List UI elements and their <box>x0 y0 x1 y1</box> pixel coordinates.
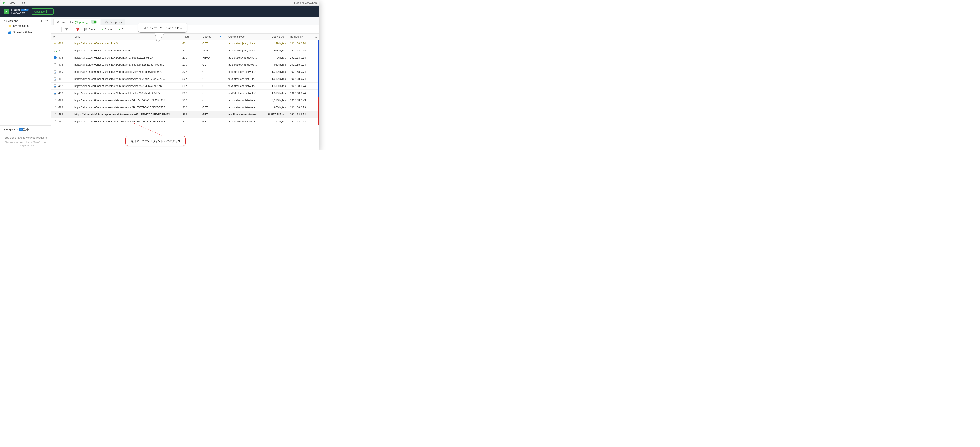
column-menu-icon[interactable]: ⋮ <box>176 35 179 38</box>
svg-point-3 <box>24 128 25 129</box>
col-header-result[interactable]: Result⋮ <box>180 34 200 40</box>
row-content-type: application/json; chars... <box>226 42 263 45</box>
column-menu-icon[interactable]: ⋮ <box>284 35 286 38</box>
sidebar: ▼ Sessions ⬇ 📁 My Sessions 👥 Shared with… <box>0 18 51 150</box>
row-remote-ip: 192.168.0.74 <box>288 91 313 95</box>
free-badge: Free <box>21 9 29 11</box>
col-header-content-type[interactable]: Content-Type⋮ <box>226 34 263 40</box>
row-url: https://ainabatch03acr.azurecr.io/v2/ubu… <box>72 85 180 88</box>
table-row[interactable]: 483https://ainabatch03acr.azurecr.io/v2/… <box>51 89 319 97</box>
row-url: https://ainabatch03acr.azurecr.io/v2/ubu… <box>72 56 180 59</box>
col-header-extra[interactable]: C <box>313 34 319 40</box>
info-icon: i <box>53 56 57 59</box>
table-row[interactable]: 490https://ainabatch03acr.japaneast.data… <box>51 111 319 118</box>
code-icon: </> <box>104 21 108 24</box>
content-area: 👁 Live Traffic (Capturing) </> Composer … <box>51 18 319 150</box>
key-icon <box>53 42 57 45</box>
column-menu-icon[interactable]: ⋮ <box>196 35 199 38</box>
row-id: 491 <box>59 120 63 123</box>
table-row[interactable]: 480https://ainabatch03acr.azurecr.io/v2/… <box>51 68 319 75</box>
doc-icon <box>53 63 57 67</box>
row-body-size: 28,567,785 b... <box>263 113 288 116</box>
row-body-size: 850 bytes <box>263 106 288 109</box>
row-url: https://ainabatch03acr.japaneast.data.az… <box>72 99 180 102</box>
table-row[interactable]: 488https://ainabatch03acr.japaneast.data… <box>51 97 319 104</box>
remove-button[interactable]: ✕ R <box>116 27 126 32</box>
row-id: 475 <box>59 63 63 66</box>
row-result: 200 <box>180 56 200 59</box>
save-icon: 💾 <box>84 28 88 31</box>
column-menu-icon[interactable]: ⋮ <box>259 35 261 38</box>
add-icon[interactable]: ➕ <box>26 128 29 131</box>
table-row[interactable]: 475https://ainabatch03acr.azurecr.io/v2/… <box>51 61 319 68</box>
row-result: 200 <box>180 99 200 102</box>
row-remote-ip: 192.168.0.74 <box>288 42 313 45</box>
table-row[interactable]: 481https://ainabatch03acr.azurecr.io/v2/… <box>51 75 319 83</box>
table-row[interactable]: 489https://ainabatch03acr.japaneast.data… <box>51 104 319 111</box>
stream-icon[interactable]: ≡ <box>53 27 59 32</box>
save-button[interactable]: 💾 Save <box>82 27 97 32</box>
row-method: POST <box>200 49 226 52</box>
chevron-down-icon: ﹀ <box>46 10 51 13</box>
sessions-header[interactable]: ▼ Sessions ⬇ <box>3 19 48 22</box>
col-header-method[interactable]: Method▼⋮ <box>200 34 226 40</box>
tab-composer[interactable]: </> Composer <box>101 19 125 25</box>
menu-help[interactable]: Help <box>19 1 25 5</box>
add-request-button[interactable]: + <box>19 128 22 131</box>
table-row[interactable]: 469https://ainabatch03acr.azurecr.io/v2/… <box>51 40 319 47</box>
row-content-type: application/vnd.docke... <box>226 56 263 59</box>
row-content-type: text/html; charset=utf-8 <box>226 77 263 80</box>
app-logo-icon <box>2 1 6 5</box>
row-body-size: 1,319 bytes <box>263 85 288 88</box>
row-method: GET <box>200 99 226 102</box>
svg-point-0 <box>46 20 46 21</box>
column-menu-icon[interactable]: ⋮ <box>309 35 312 38</box>
row-method: GET <box>200 106 226 109</box>
row-content-type: application/json; chars... <box>226 49 263 52</box>
sidebar-item-shared[interactable]: 👥 Shared with Me <box>3 29 48 35</box>
grid-header: # URL⋮ Result⋮ Method▼⋮ Content-Type⋮ Bo… <box>51 34 319 40</box>
column-menu-icon[interactable]: ⋮ <box>222 35 225 38</box>
col-header-body-size[interactable]: Body Size⋮ <box>263 34 288 40</box>
table-row[interactable]: 491https://ainabatch03acr.japaneast.data… <box>51 118 319 125</box>
upgrade-button[interactable]: Upgrade ﹀ <box>32 8 54 14</box>
row-method: HEAD <box>200 56 226 59</box>
row-result: 307 <box>180 77 200 80</box>
users-icon[interactable] <box>22 128 26 131</box>
col-header-remote-ip[interactable]: Remote IP⋮ <box>288 34 313 40</box>
download-icon[interactable]: ⬇ <box>40 19 43 22</box>
table-row[interactable]: 482https://ainabatch03acr.azurecr.io/v2/… <box>51 83 319 89</box>
doc-icon <box>53 120 57 123</box>
row-result: 200 <box>180 106 200 109</box>
row-method: GET <box>200 42 226 45</box>
doc-icon <box>53 99 57 102</box>
col-header-hash[interactable]: # <box>51 34 72 40</box>
row-result: 307 <box>180 85 200 88</box>
row-id: 473 <box>59 56 63 59</box>
svg-point-2 <box>23 128 24 129</box>
clear-filter-icon[interactable] <box>75 27 80 32</box>
row-content-type: application/octet-strea... <box>226 106 263 109</box>
sidebar-item-my-sessions[interactable]: 📁 My Sessions <box>3 22 48 29</box>
row-remote-ip: 192.168.0.74 <box>288 77 313 80</box>
tab-live-traffic[interactable]: 👁 Live Traffic (Capturing) <box>53 19 100 25</box>
row-id: 469 <box>59 42 63 45</box>
table-row[interactable]: i473https://ainabatch03acr.azurecr.io/v2… <box>51 54 319 61</box>
row-remote-ip: 192.168.0.73 <box>288 113 313 116</box>
svg-text:i: i <box>55 56 56 59</box>
row-content-type: application/vnd.docke... <box>226 63 263 66</box>
capture-toggle[interactable] <box>91 20 97 24</box>
eye-icon: 👁 <box>57 21 59 24</box>
share-button[interactable]: ↗ Share <box>99 27 115 32</box>
filter-icon[interactable] <box>64 27 70 32</box>
table-row[interactable]: 471https://ainabatch03acr.azurecr.io/oau… <box>51 47 319 54</box>
requests-header[interactable]: ▼ Requests + ➕ <box>3 128 48 131</box>
doc-icon <box>53 106 57 109</box>
redirect-icon <box>53 70 57 73</box>
menu-view[interactable]: View <box>10 1 15 5</box>
svg-marker-10 <box>155 32 165 44</box>
folder-icon: 📁 <box>8 24 11 27</box>
users-icon[interactable] <box>45 20 48 22</box>
grid-body[interactable]: 469https://ainabatch03acr.azurecr.io/v2/… <box>51 40 319 125</box>
filter-active-icon[interactable]: ▼ <box>219 35 221 38</box>
